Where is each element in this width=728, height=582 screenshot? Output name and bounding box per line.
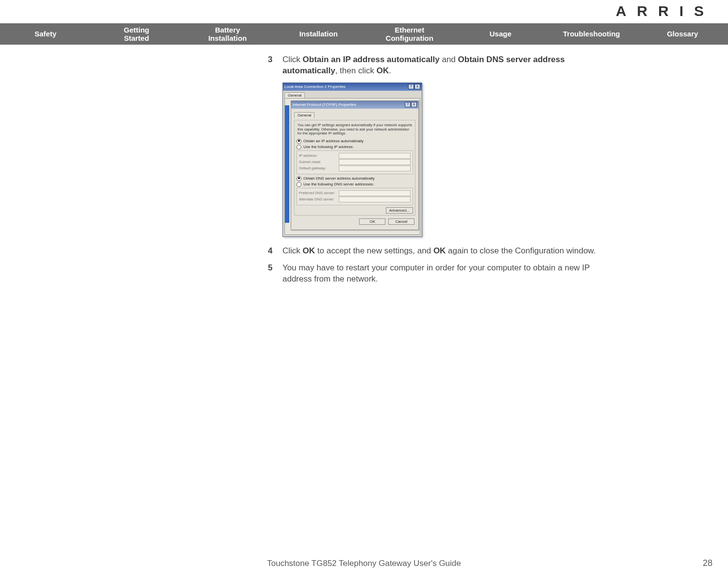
step-number: 3 (268, 54, 282, 77)
input-gateway[interactable] (339, 166, 411, 171)
inner-titlebar: Internet Protocol (TCP/IP) Properties ?x (291, 101, 418, 109)
radio-obtain-ip[interactable]: Obtain an IP address automatically (297, 139, 413, 144)
step-text: Click Obtain an IP address automatically… (282, 54, 608, 77)
radio-use-dns[interactable]: Use the following DNS server addresses: (297, 182, 413, 187)
radio-label: Use the following IP address: (303, 145, 353, 149)
radio-dot-icon (297, 176, 301, 181)
nav-installation[interactable]: Installation (273, 29, 364, 39)
label-adns: Alternate DNS server: (299, 197, 337, 201)
nav-getting-started[interactable]: Getting Started (91, 25, 182, 44)
t: Click (282, 55, 303, 64)
input-ip[interactable] (339, 153, 411, 159)
outer-titlebar: Local Area Connection 2 Properties ?x (283, 83, 422, 91)
radio-label: Obtain DNS server address automatically (303, 176, 375, 181)
step-number: 5 (268, 263, 282, 285)
t: Click (282, 246, 303, 255)
close-icon[interactable]: x (411, 102, 417, 107)
label-pdns: Preferred DNS server: (299, 191, 337, 195)
step-text: You may have to restart your computer in… (282, 263, 608, 285)
label-ip: IP address: (299, 153, 337, 158)
help-icon[interactable]: ? (405, 102, 411, 107)
radio-label: Use the following DNS server addresses: (303, 182, 374, 186)
window-buttons: ?x (408, 84, 420, 89)
embedded-dialog-screenshot: Local Area Connection 2 Properties ?x Ge… (282, 83, 608, 237)
nav-battery-installation[interactable]: Battery Installation (182, 25, 273, 44)
nav-glossary[interactable]: Glossary (637, 29, 728, 39)
decorative-stripe (285, 105, 289, 223)
t: OK (303, 246, 315, 255)
t: Obtain an IP address automatically (303, 55, 440, 64)
input-adns[interactable] (339, 197, 411, 202)
main-content: 3 Click Obtain an IP address automatical… (268, 54, 608, 291)
help-icon[interactable]: ? (408, 84, 414, 89)
t: OK (433, 246, 446, 255)
window-buttons: ?x (404, 102, 417, 107)
radio-dot-icon (297, 139, 301, 144)
radio-label: Obtain an IP address automatically (303, 139, 364, 143)
step-4: 4 Click OK to accept the new settings, a… (268, 246, 608, 257)
outer-tabstrip: General (283, 91, 422, 98)
nav-usage[interactable]: Usage (455, 29, 546, 39)
t: . (389, 66, 391, 75)
t: OK (377, 66, 389, 75)
t: to accept the new settings, and (315, 246, 433, 255)
radio-use-ip[interactable]: Use the following IP address: (297, 145, 413, 150)
nav-troubleshooting[interactable]: Troubleshooting (546, 29, 637, 39)
footer-title: Touchstone TG852 Telephony Gateway User'… (0, 559, 728, 568)
tab-general-inner[interactable]: General (294, 112, 314, 118)
input-subnet[interactable] (339, 159, 411, 165)
advanced-button[interactable]: Advanced... (386, 207, 413, 214)
step-text: Click OK to accept the new settings, and… (282, 246, 608, 257)
step-5: 5 You may have to restart your computer … (268, 263, 608, 285)
t: and (440, 55, 458, 64)
outer-window-title: Local Area Connection 2 Properties (284, 84, 346, 89)
t: again to close the Configura­tion window… (446, 246, 596, 255)
inner-window: Internet Protocol (TCP/IP) Properties ?x… (291, 100, 419, 230)
footer-page-number: 28 (703, 558, 712, 568)
brand-logo: ARRIS (616, 3, 714, 19)
step-number: 4 (268, 246, 282, 257)
radio-obtain-dns[interactable]: Obtain DNS server address automatically (297, 176, 413, 181)
ok-button[interactable]: OK (359, 218, 385, 225)
dialog-description: You can get IP settings assigned automat… (298, 123, 412, 136)
nav-ethernet-configuration[interactable]: Ethernet Configuration (364, 25, 455, 44)
outer-window: Local Area Connection 2 Properties ?x Ge… (282, 83, 422, 237)
dns-field-group: Preferred DNS server: Alternate DNS serv… (297, 188, 413, 205)
t: , then click (335, 66, 377, 75)
label-subnet: Subnet mask: (299, 160, 337, 164)
ip-field-group: IP address: Subnet mask: Default gateway… (297, 150, 413, 174)
inner-window-title: Internet Protocol (TCP/IP) Properties (293, 102, 356, 107)
radio-dot-icon (297, 145, 301, 150)
nav-safety[interactable]: Safety (0, 29, 91, 39)
input-pdns[interactable] (339, 190, 411, 196)
label-gateway: Default gateway: (299, 166, 337, 170)
tab-general-outer[interactable]: General (284, 92, 305, 98)
top-nav: Safety Getting Started Battery Installat… (0, 23, 728, 45)
radio-dot-icon (297, 182, 301, 187)
cancel-button[interactable]: Cancel (388, 218, 414, 225)
step-3: 3 Click Obtain an IP address automatical… (268, 54, 608, 77)
close-icon[interactable]: x (414, 84, 420, 89)
